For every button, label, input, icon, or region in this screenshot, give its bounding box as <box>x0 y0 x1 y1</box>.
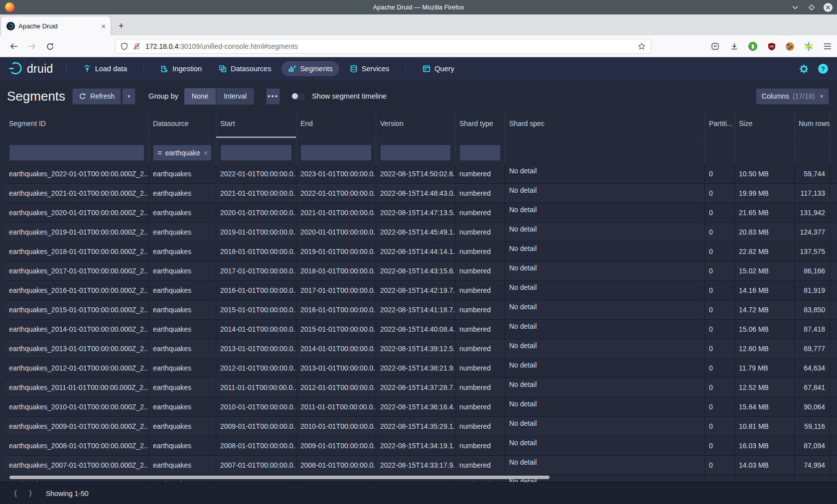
columns-button[interactable]: Columns (17/18) ▾ <box>756 88 829 105</box>
nav-item-ingestion[interactable]: Ingestion <box>154 61 208 76</box>
pocket-icon[interactable] <box>710 42 720 51</box>
reload-button-icon[interactable] <box>44 40 56 52</box>
url-bar[interactable]: 172.18.0.4:30109/unified-console.html#se… <box>115 39 651 54</box>
cell-segment-id: earthquakes_2010-01-01T00:00:00.000Z_2..… <box>5 397 148 417</box>
new-tab-button[interactable]: + <box>115 19 128 32</box>
segment-timeline-toggle[interactable] <box>291 92 306 100</box>
ublock-origin-icon[interactable]: uO <box>767 42 776 51</box>
cell-shard-spec: No detail <box>505 436 704 456</box>
column-header-shard-spec[interactable]: Shard spec <box>505 112 704 138</box>
showing-range-label: Showing 1-50 <box>46 490 89 498</box>
version-filter-input[interactable] <box>380 144 451 161</box>
druid-brand[interactable]: druid <box>8 61 53 76</box>
cell-version: 2022-08-15T14:43:15.6... <box>376 261 455 281</box>
nav-item-query[interactable]: Query <box>416 61 461 76</box>
table-row[interactable]: earthquakes_2012-01-01T00:00:00.000Z_2..… <box>5 359 837 378</box>
cell-shard-type: numbered <box>455 300 505 320</box>
table-row[interactable]: earthquakes_2015-01-01T00:00:00.000Z_2..… <box>5 300 837 320</box>
forward-button-icon[interactable] <box>26 40 38 52</box>
column-header-version[interactable]: Version <box>376 112 455 138</box>
cell-end: 2018-01-01T00:00:00.0... <box>296 261 376 281</box>
cell-end: 2016-01-01T00:00:00.0... <box>296 300 376 320</box>
cookie-extension-icon[interactable] <box>786 42 794 51</box>
remove-filter-icon[interactable]: × <box>204 149 208 157</box>
filter-cell-version <box>376 138 455 164</box>
column-header-start[interactable]: Start <box>216 112 296 138</box>
table-row[interactable]: earthquakes_2008-01-01T00:00:00.000Z_2..… <box>5 436 837 456</box>
datasource-filter-input[interactable]: = earthquake × <box>153 144 212 161</box>
multi-account-asterisk-icon[interactable] <box>804 42 813 51</box>
cell-num-rows: 86,166 <box>794 261 830 281</box>
refresh-dropdown-button[interactable]: ▾ <box>122 88 136 105</box>
horizontal-scrollbar[interactable] <box>9 476 550 479</box>
column-header-num-rows[interactable]: Num rows <box>794 112 830 138</box>
downloads-icon[interactable] <box>729 42 739 51</box>
column-header-shard-type[interactable]: Shard type <box>455 112 505 138</box>
nav-item-load-data[interactable]: Load data <box>77 61 134 76</box>
cell-datasource: earthquakes <box>148 164 216 184</box>
tracking-shield-icon[interactable] <box>121 42 128 50</box>
table-row[interactable]: earthquakes_2009-01-01T00:00:00.000Z_2..… <box>5 417 837 436</box>
segment-id-filter-input[interactable] <box>9 144 144 161</box>
table-row[interactable]: earthquakes_2021-01-01T00:00:00.000Z_2..… <box>5 184 837 203</box>
cell-version: 2022-08-15T14:50:02.6... <box>376 164 455 184</box>
table-row[interactable]: earthquakes_2016-01-01T00:00:00.000Z_2..… <box>5 281 837 300</box>
table-row[interactable]: earthquakes_2019-01-01T00:00:00.000Z_2..… <box>5 223 837 242</box>
column-header-datasource[interactable]: Datasource <box>148 112 216 138</box>
tab-apache-druid[interactable]: Apache Druid × <box>1 16 111 35</box>
cell-end: 2012-01-01T00:00:00.0... <box>296 378 376 397</box>
next-page-icon[interactable]: ⟩ <box>26 489 35 498</box>
table-row[interactable]: earthquakes_2020-01-01T00:00:00.000Z_2..… <box>5 203 837 223</box>
window-restore-icon[interactable] <box>807 2 817 12</box>
nav-item-datasources[interactable]: Datasources <box>212 61 278 76</box>
end-filter-input[interactable] <box>300 144 372 161</box>
start-filter-input[interactable] <box>220 144 292 161</box>
column-header-partition[interactable]: Partiti... <box>704 112 734 138</box>
column-header-segment-id[interactable]: Segment ID <box>5 112 148 138</box>
tab-close-icon[interactable]: × <box>101 22 106 30</box>
cell-partition: 0 <box>704 320 734 339</box>
cell-num-rows: 69,777 <box>794 339 830 359</box>
cell-datasource: earthquakes <box>148 281 216 300</box>
shard-type-filter-input[interactable] <box>459 144 501 161</box>
table-row[interactable]: earthquakes_2011-01-01T00:00:00.000Z_2..… <box>5 378 837 397</box>
help-icon[interactable]: ? <box>818 64 828 74</box>
pagination-footer: ⟨ ⟩ Showing 1-50 <box>0 482 837 504</box>
window-close-icon[interactable] <box>823 2 833 12</box>
table-row[interactable]: earthquakes_2013-01-01T00:00:00.000Z_2..… <box>5 339 837 359</box>
insecure-lock-icon[interactable] <box>133 42 140 50</box>
settings-gear-icon[interactable] <box>799 64 809 74</box>
cell-shard-type: numbered <box>455 261 505 281</box>
window-titlebar: Apache Druid — Mozilla Firefox <box>0 0 837 14</box>
column-header-end[interactable]: End <box>296 112 376 138</box>
previous-page-icon[interactable]: ⟨ <box>11 489 20 498</box>
table-row[interactable]: earthquakes_2018-01-01T00:00:00.000Z_2..… <box>5 242 837 261</box>
group-by-none-button[interactable]: None <box>184 88 216 105</box>
cell-segment-id: earthquakes_2009-01-01T00:00:00.000Z_2..… <box>5 417 148 436</box>
nav-label: Load data <box>95 65 128 73</box>
back-button-icon[interactable] <box>8 40 20 52</box>
table-row[interactable]: earthquakes_2022-01-01T00:00:00.000Z_2..… <box>5 164 837 184</box>
cell-shard-spec: No detail <box>505 378 704 397</box>
filter-cell-shard-type <box>455 138 505 164</box>
cell-end: 2020-01-01T00:00:00.0... <box>296 223 376 242</box>
nav-item-services[interactable]: Services <box>343 61 396 76</box>
url-path: :30109/unified-console.html#segments <box>178 42 298 50</box>
cell-start: 2022-01-01T00:00:00.0... <box>216 164 296 184</box>
caret-down-icon: ▾ <box>128 93 131 100</box>
bookmark-star-icon[interactable] <box>638 42 646 50</box>
group-by-interval-button[interactable]: Interval <box>216 88 254 105</box>
tab-title: Apache Druid <box>18 22 101 30</box>
green-extension-icon[interactable] <box>748 42 757 51</box>
nav-item-segments[interactable]: Segments <box>281 61 339 76</box>
filter-cell-partition <box>704 138 734 164</box>
table-row[interactable]: earthquakes_2010-01-01T00:00:00.000Z_2..… <box>5 397 837 417</box>
refresh-button[interactable]: Refresh <box>72 88 121 105</box>
table-row[interactable]: earthquakes_2014-01-01T00:00:00.000Z_2..… <box>5 320 837 339</box>
table-row[interactable]: earthquakes_2017-01-01T00:00:00.000Z_2..… <box>5 261 837 281</box>
window-minimize-icon[interactable] <box>790 2 800 12</box>
table-row[interactable]: earthquakes_2007-01-01T00:00:00.000Z_2..… <box>5 456 837 475</box>
column-header-size[interactable]: Size <box>734 112 794 138</box>
menu-hamburger-icon[interactable] <box>823 42 832 51</box>
more-options-button[interactable]: ●●● <box>266 88 280 105</box>
